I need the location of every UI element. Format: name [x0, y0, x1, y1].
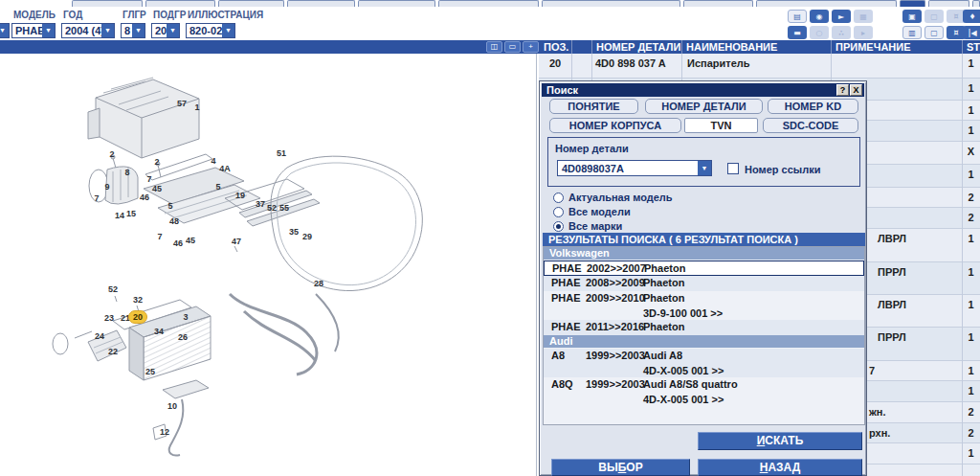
- results-row[interactable]: PHAE2011>>2016Phaeton: [544, 320, 864, 335]
- scope-radio[interactable]: [553, 207, 564, 217]
- part-callout-7[interactable]: 7: [94, 193, 99, 203]
- combo-dropdown-icon[interactable]: ▼: [167, 24, 179, 37]
- part-callout-2[interactable]: 2: [109, 149, 114, 159]
- part-callout-10[interactable]: 10: [167, 401, 177, 411]
- part-callout-28[interactable]: 28: [314, 279, 323, 288]
- combo-dropdown-icon[interactable]: ▼: [222, 24, 234, 37]
- part-callout-48[interactable]: 48: [169, 216, 179, 226]
- filter-combo-0[interactable]: PHAE▼: [11, 23, 56, 38]
- part-callout-25[interactable]: 25: [145, 367, 155, 376]
- part-callout-29[interactable]: 29: [302, 232, 312, 241]
- dialog-help-button[interactable]: ?: [836, 84, 849, 96]
- filter-combo-3[interactable]: 20▼: [151, 23, 180, 38]
- pin-icon[interactable]: ♦: [963, 10, 980, 23]
- back-button[interactable]: НАЗАД: [698, 459, 862, 476]
- results-row[interactable]: PHAE2009>>2010Phaeton: [544, 291, 864, 306]
- part-callout-1[interactable]: 1: [194, 102, 199, 112]
- filter-combo-1[interactable]: 2004 (4)▼: [61, 23, 115, 38]
- part-callout-7[interactable]: 7: [146, 174, 151, 184]
- top-tab[interactable]: [358, 0, 435, 7]
- results-row[interactable]: A8Q1999>>2003Audi A8/S8 quattro: [544, 377, 864, 393]
- top-tab[interactable]: [287, 0, 355, 7]
- scope-radio[interactable]: [553, 193, 564, 203]
- vb-screen-icon[interactable]: ▥: [902, 26, 922, 39]
- part-callout-3[interactable]: 3: [183, 312, 188, 322]
- part-callout-51[interactable]: 51: [277, 148, 286, 158]
- part-callout-19[interactable]: 19: [235, 191, 245, 200]
- first-page-icon[interactable]: |◀: [963, 26, 980, 39]
- results-subrow[interactable]: 4D-X-005 001 >>: [544, 364, 864, 377]
- send-icon[interactable]: ►: [832, 10, 851, 23]
- part-callout-26[interactable]: 26: [178, 332, 188, 342]
- search-tab-sdc-code[interactable]: SDC-CODE: [763, 118, 858, 133]
- part-callout-4[interactable]: 4: [211, 156, 215, 166]
- part-callout-5[interactable]: 5: [167, 201, 172, 211]
- compare-monitor-icon[interactable]: ▢: [924, 10, 944, 23]
- results-subrow[interactable]: 4D-X-005 001 >>: [544, 393, 864, 406]
- search-tab-номер-kd[interactable]: НОМЕР KD: [768, 99, 858, 114]
- top-tab[interactable]: [438, 0, 539, 7]
- select-button[interactable]: ВЫБОР: [551, 459, 690, 476]
- part-callout-52[interactable]: 52: [108, 284, 118, 294]
- combo-dropdown-icon[interactable]: ▼: [132, 24, 145, 37]
- stats-icon[interactable]: ∴: [832, 26, 851, 39]
- combo-dropdown-icon[interactable]: ▼: [698, 161, 711, 175]
- filter-combo-4[interactable]: 820-020▼: [186, 23, 235, 38]
- web-search-icon[interactable]: ◉: [810, 10, 829, 23]
- part-callout-14[interactable]: 14: [115, 211, 124, 220]
- part-callout-2[interactable]: 2: [154, 157, 159, 167]
- top-tab[interactable]: [542, 0, 680, 7]
- part-callout-46[interactable]: 46: [173, 238, 183, 248]
- top-tab[interactable]: [900, 0, 925, 7]
- scope-radio[interactable]: [553, 221, 564, 232]
- part-callout-52[interactable]: 52: [267, 203, 277, 213]
- part-callout-32[interactable]: 32: [133, 295, 143, 305]
- part-callout-24[interactable]: 24: [95, 331, 104, 341]
- top-tab[interactable]: [928, 0, 969, 7]
- part-callout-8[interactable]: 8: [124, 168, 129, 177]
- split-view-icon[interactable]: ◫: [486, 41, 502, 53]
- search-tab-номер-детали[interactable]: НОМЕР ДЕТАЛИ: [645, 99, 763, 114]
- part-callout-35[interactable]: 35: [289, 227, 299, 237]
- top-tab[interactable]: [756, 0, 897, 7]
- search-tab-tvn[interactable]: TVN: [684, 118, 758, 133]
- top-tab[interactable]: [72, 0, 143, 7]
- reference-number-checkbox[interactable]: [727, 163, 739, 174]
- print-icon[interactable]: ▤: [788, 10, 807, 23]
- search-tab-понятие[interactable]: ПОНЯТИЕ: [549, 99, 638, 114]
- top-tab[interactable]: [145, 0, 215, 7]
- top-tab[interactable]: [218, 0, 284, 7]
- part-callout-45[interactable]: 45: [152, 184, 162, 193]
- results-row[interactable]: PHAE2002>>2007Phaeton: [544, 261, 864, 276]
- dialog-close-button[interactable]: X: [850, 84, 862, 96]
- part-callout-47[interactable]: 47: [232, 237, 241, 246]
- results-subrow[interactable]: 3D-9-100 001 >>: [544, 306, 864, 320]
- combo-dropdown-icon[interactable]: ▼: [42, 24, 55, 37]
- keyboard-icon[interactable]: ▬: [788, 26, 807, 39]
- part-callout-5[interactable]: 5: [215, 182, 220, 192]
- window-icon[interactable]: ▭: [504, 41, 521, 53]
- part-callout-15[interactable]: 15: [126, 209, 136, 218]
- part-callout-57[interactable]: 57: [177, 99, 187, 108]
- combo-dropdown-icon[interactable]: ▼: [101, 24, 114, 37]
- part-number-combo[interactable]: 4D0898037A ▼: [557, 160, 712, 176]
- copy-doc-icon[interactable]: ▢: [924, 26, 944, 39]
- top-tab[interactable]: [972, 0, 980, 7]
- key-icon[interactable]: ○: [810, 26, 829, 39]
- part-callout-34[interactable]: 34: [154, 327, 164, 336]
- cropped-combo[interactable]: ▼: [0, 23, 10, 38]
- elsa-monitor-icon[interactable]: ▣: [902, 10, 922, 23]
- part-callout-55[interactable]: 55: [279, 203, 289, 213]
- top-tab[interactable]: [683, 0, 753, 7]
- part-callout-12[interactable]: 12: [160, 427, 169, 437]
- part-callout-9[interactable]: 9: [104, 182, 109, 192]
- part-callout-46[interactable]: 46: [140, 193, 149, 202]
- fit-icon[interactable]: +: [523, 41, 539, 53]
- step-icon[interactable]: ▸: [854, 26, 873, 39]
- part-callout-45[interactable]: 45: [186, 236, 195, 245]
- table-row[interactable]: 204D0 898 037 AИспаритель1: [539, 54, 980, 79]
- part-callout-23[interactable]: 23: [104, 313, 114, 323]
- part-callout-37[interactable]: 37: [256, 199, 265, 209]
- search-tab-номер-корпуса[interactable]: НОМЕР КОРПУСА: [549, 118, 681, 133]
- film-icon[interactable]: ▦: [854, 10, 873, 23]
